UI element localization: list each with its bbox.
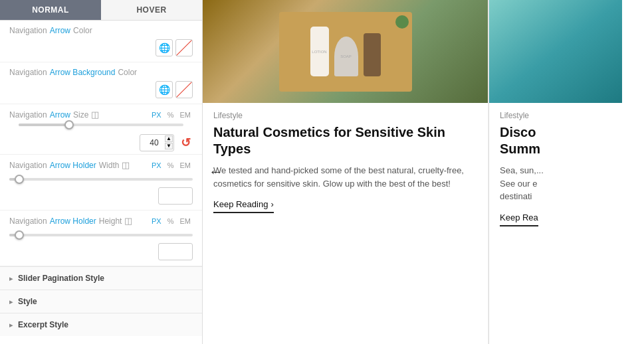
width-label-row: Navigation Arrow Holder Width ◫ PX % EM <box>9 160 193 170</box>
height-slider-row <box>9 228 193 243</box>
unit-px-width[interactable]: PX <box>150 161 163 170</box>
label-color2: Color <box>118 68 137 77</box>
chevron-style: ▸ <box>9 298 13 305</box>
chevron-slider-pagination: ▸ <box>9 275 13 282</box>
blog-image-inner-1: LOTION SOAP <box>203 0 488 103</box>
reset-size-button[interactable]: ↺ <box>178 135 193 150</box>
back-arrow-button[interactable]: ← <box>203 159 229 185</box>
blog-card-1-body: Lifestyle Natural Cosmetics for Sensitiv… <box>203 103 488 344</box>
blog-excerpt-2-partial: Sea, sun,...See our edestinati <box>500 164 611 203</box>
blog-excerpt-1: We tested and hand-picked some of the be… <box>213 164 477 190</box>
width-slider-thumb[interactable] <box>15 175 24 184</box>
unit-em[interactable]: EM <box>178 110 193 120</box>
width-input[interactable] <box>158 187 193 205</box>
label-nav1: Navigation <box>9 26 47 35</box>
product-bottles: LOTION SOAP <box>310 27 381 76</box>
width-slider-row <box>9 173 193 187</box>
blog-cta-2[interactable]: Keep Rea <box>500 213 538 226</box>
unit-selector-size: PX % EM <box>150 110 193 120</box>
label-arrow2: Arrow Background <box>50 68 116 77</box>
size-label-row: Navigation Arrow Size ◫ PX % EM <box>9 110 193 120</box>
style-section: ▸ Style <box>0 290 202 313</box>
slider-pagination-section: ▸ Slider Pagination Style <box>0 266 202 290</box>
nav-arrow-bg-color-row: Navigation Arrow Background Color 🌐 <box>0 62 202 104</box>
unit-selector-width: PX % EM <box>150 161 193 170</box>
nav-arrow-color-label: Navigation Arrow Color <box>9 26 193 35</box>
size-input-row: ▲ ▼ ↺ <box>9 134 193 151</box>
label-nav2: Navigation <box>9 68 47 77</box>
nav-arrow-bg-color-label: Navigation Arrow Background Color <box>9 68 193 77</box>
monitor-icon-width: ◫ <box>122 160 130 170</box>
color-controls-1: 🌐 <box>9 39 193 56</box>
excerpt-style-section: ▸ Excerpt Style <box>0 313 202 336</box>
globe-icon-1[interactable]: 🌐 <box>156 39 173 56</box>
bottle-1: LOTION <box>310 27 329 76</box>
mode-tabs: NORMAL HOVER <box>0 0 202 21</box>
bottle-3 <box>364 33 381 76</box>
label-color1: Color <box>73 26 92 35</box>
blog-image-1: LOTION SOAP <box>203 0 488 103</box>
monitor-icon-height: ◫ <box>124 216 132 226</box>
spinner-down[interactable]: ▼ <box>165 143 173 149</box>
settings-panel: NORMAL HOVER Navigation Arrow Color 🌐 Na… <box>0 0 203 344</box>
cta-arrow-1: › <box>270 199 273 209</box>
blog-card-2-body: Lifestyle DiscoSumm Sea, sun,...See our … <box>489 103 622 234</box>
unit-selector-height: PX % EM <box>150 216 193 226</box>
size-slider-thumb[interactable] <box>64 120 74 129</box>
slider-pagination-label: Slider Pagination Style <box>18 274 104 283</box>
blog-category-1: Lifestyle <box>213 111 477 120</box>
slider-pagination-header[interactable]: ▸ Slider Pagination Style <box>0 267 202 290</box>
label-arrow4: Arrow Holder <box>50 161 96 170</box>
color-slash-1[interactable] <box>175 39 193 56</box>
blog-category-2: Lifestyle <box>500 111 611 120</box>
label-height5: Height <box>99 216 122 226</box>
back-arrow-icon: ← <box>209 163 223 181</box>
blog-cta-text-2: Keep Rea <box>500 213 538 222</box>
unit-em-width[interactable]: EM <box>178 161 193 170</box>
height-label-row: Navigation Arrow Holder Height ◫ PX % EM <box>9 216 193 226</box>
spinner-up[interactable]: ▲ <box>165 135 173 142</box>
unit-percent-height[interactable]: % <box>165 216 176 226</box>
blog-image-2 <box>489 0 622 103</box>
size-slider-track[interactable] <box>19 124 183 126</box>
chevron-excerpt: ▸ <box>9 321 13 329</box>
unit-em-height[interactable]: EM <box>178 216 193 226</box>
color-controls-2: 🌐 <box>9 81 193 98</box>
panel-content: Navigation Arrow Color 🌐 Navigation Arro… <box>0 21 202 344</box>
height-input[interactable] <box>158 243 193 260</box>
size-slider-row <box>9 124 193 134</box>
style-label: Style <box>18 297 37 306</box>
nav-arrow-holder-height-label: Navigation Arrow Holder Height ◫ <box>9 216 132 226</box>
size-slider-fill <box>19 124 68 126</box>
label-nav5: Navigation <box>9 216 47 226</box>
height-slider-thumb[interactable] <box>15 230 24 240</box>
excerpt-style-header[interactable]: ▸ Excerpt Style <box>0 313 202 336</box>
blog-slider-preview: LOTION SOAP Lifestyle Natural Cosmetics … <box>203 0 644 344</box>
blog-title-2-partial: DiscoSumm <box>500 124 611 157</box>
color-slash-2[interactable] <box>175 81 193 98</box>
tab-hover[interactable]: HOVER <box>101 0 202 20</box>
nav-arrow-size-label: Navigation Arrow Size ◫ <box>9 110 99 120</box>
globe-icon-2[interactable]: 🌐 <box>156 81 173 98</box>
label-width4: Width <box>99 161 120 170</box>
excerpt-style-label: Excerpt Style <box>18 320 68 329</box>
label-arrow3: Arrow <box>50 110 70 120</box>
label-size3: Size <box>73 110 88 120</box>
unit-percent-width[interactable]: % <box>165 161 176 170</box>
style-header[interactable]: ▸ Style <box>0 290 202 313</box>
blog-card-1: LOTION SOAP Lifestyle Natural Cosmetics … <box>203 0 488 344</box>
size-input-wrap: ▲ ▼ <box>140 134 174 151</box>
unit-px[interactable]: PX <box>150 110 163 120</box>
blog-cta-text-1: Keep Reading <box>213 199 268 209</box>
unit-percent[interactable]: % <box>165 110 176 120</box>
size-spinners: ▲ ▼ <box>165 135 173 149</box>
unit-px-height[interactable]: PX <box>150 216 163 226</box>
label-arrow5: Arrow Holder <box>50 216 96 226</box>
nav-arrow-holder-height-row: Navigation Arrow Holder Height ◫ PX % EM <box>0 211 202 266</box>
nav-arrow-color-row: Navigation Arrow Color 🌐 <box>0 21 202 62</box>
width-slider-track[interactable] <box>9 178 193 181</box>
preview-panel: ← LOTION SOAP <box>203 0 644 344</box>
height-slider-track[interactable] <box>9 234 193 236</box>
blog-cta-1[interactable]: Keep Reading › <box>213 199 274 213</box>
tab-normal[interactable]: NORMAL <box>0 0 101 20</box>
